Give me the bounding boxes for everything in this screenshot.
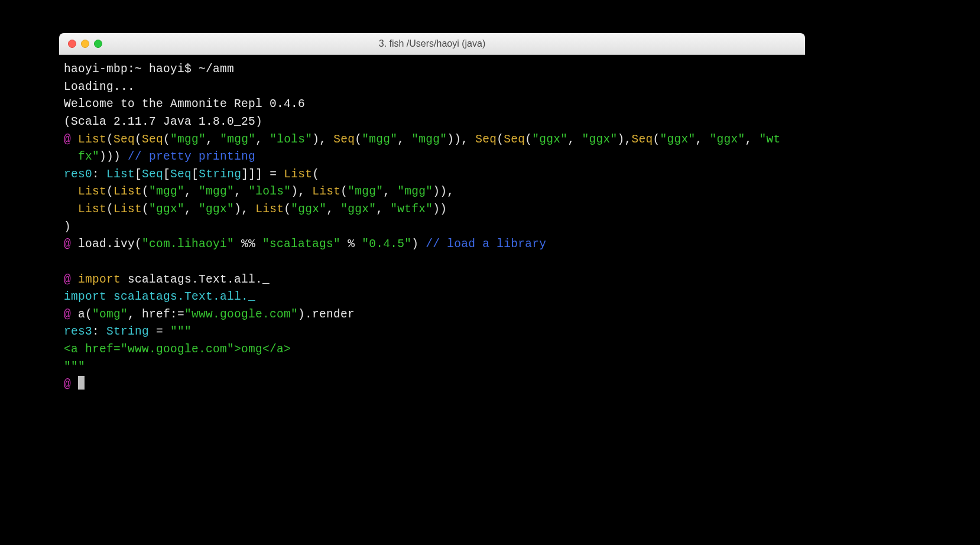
- code-token: [64, 185, 78, 198]
- minimize-icon[interactable]: [81, 40, 89, 48]
- code-token: ,: [745, 133, 760, 146]
- string-token: "lols": [248, 185, 291, 198]
- code-token: List: [284, 168, 312, 181]
- repl-prompt: @: [64, 238, 78, 251]
- code-token: )): [433, 203, 447, 216]
- code-token: (: [355, 133, 362, 146]
- code-token: (: [142, 185, 149, 198]
- code-token: Seq: [142, 133, 163, 146]
- string-token: "wtfx": [390, 203, 433, 216]
- code-token: List: [113, 203, 142, 216]
- repl-prompt: @: [64, 133, 78, 146]
- code-token: (: [340, 185, 348, 198]
- code-token: ,: [376, 203, 390, 216]
- string-token: "ggx": [199, 203, 234, 216]
- code-token: %%: [234, 238, 262, 251]
- code-token: (: [525, 133, 532, 146]
- code-token: (: [142, 203, 149, 216]
- string-token: fx": [64, 150, 99, 163]
- code-token: ))): [99, 150, 128, 163]
- code-token: (: [284, 203, 291, 216]
- code-token: [: [192, 168, 199, 181]
- string-token: """: [170, 325, 192, 338]
- code-token: Seq: [113, 133, 135, 146]
- code-token: (: [653, 133, 660, 146]
- code-token: List: [78, 203, 106, 216]
- code-token: %: [340, 238, 362, 251]
- terminal-content[interactable]: haoyi-mbp:~ haoyi$ ~/amm Loading... Welc…: [59, 55, 805, 400]
- code-token: ): [64, 220, 71, 233]
- string-token: "0.4.5": [362, 238, 411, 251]
- code-token: List: [113, 185, 142, 198]
- code-token: :: [92, 168, 106, 181]
- string-token: "com.lihaoyi": [142, 238, 234, 251]
- code-token: ,: [397, 133, 411, 146]
- code-token: Seq: [631, 133, 653, 146]
- code-token: Seq: [475, 133, 497, 146]
- code-token: load.ivy(: [78, 238, 142, 251]
- code-token: a(: [78, 308, 92, 321]
- string-token: "mgg": [149, 185, 184, 198]
- string-token: "mgg": [362, 133, 397, 146]
- code-token: List: [78, 133, 106, 146]
- code-token: (: [497, 133, 504, 146]
- welcome-text: Welcome to the Ammonite Repl 0.4.6: [64, 98, 305, 111]
- close-icon[interactable]: [68, 40, 76, 48]
- type-token: String: [199, 168, 241, 181]
- code-token: List: [78, 185, 106, 198]
- comment-token: // load a library: [426, 238, 546, 251]
- code-token: (: [135, 133, 142, 146]
- code-token: ]]]: [241, 168, 262, 181]
- code-token: Seq: [333, 133, 355, 146]
- type-token: List: [106, 168, 135, 181]
- string-token: """: [64, 361, 85, 374]
- code-token: (: [312, 168, 319, 181]
- string-token: "mgg": [199, 185, 234, 198]
- html-output: <a href="www.google.com">omg</a>: [64, 343, 291, 356]
- code-token: ),: [617, 133, 631, 146]
- loading-text: Loading...: [64, 80, 135, 93]
- string-token: "mgg": [348, 185, 383, 198]
- echo-import-rest: scalatags.Text.all._: [113, 290, 255, 303]
- maximize-icon[interactable]: [94, 40, 102, 48]
- blank-line: [64, 255, 71, 268]
- code-token: scalatags.Text.all._: [121, 273, 270, 286]
- shell-prompt-line: haoyi-mbp:~ haoyi$ ~/amm: [64, 63, 234, 76]
- string-token: "www.google.com": [184, 308, 298, 321]
- repl-prompt: @: [64, 273, 78, 286]
- string-token: "ggx": [532, 133, 567, 146]
- code-token: ,: [206, 133, 220, 146]
- string-token: "omg": [92, 308, 128, 321]
- code-token: ),: [291, 185, 312, 198]
- string-token: "ggx": [340, 203, 376, 216]
- type-token: Seq: [170, 168, 192, 181]
- repl-prompt: @: [64, 378, 78, 391]
- string-token: "mgg": [170, 133, 206, 146]
- result-name: res3: [64, 325, 92, 338]
- string-token: "ggx": [660, 133, 695, 146]
- traffic-lights: [59, 40, 102, 48]
- string-token: "lols": [270, 133, 312, 146]
- code-token: List: [255, 203, 284, 216]
- string-token: "wt: [760, 133, 781, 146]
- string-token: "mgg": [411, 133, 447, 146]
- window-titlebar: 3. fish /Users/haoyi (java): [59, 33, 805, 55]
- code-token: [: [135, 168, 142, 181]
- string-token: "ggx": [582, 133, 617, 146]
- code-token: List: [312, 185, 340, 198]
- code-token: ,: [567, 133, 582, 146]
- code-token: ),: [312, 133, 333, 146]
- code-token: )),: [447, 133, 475, 146]
- code-token: ,: [184, 185, 199, 198]
- code-token: , href:=: [128, 308, 184, 321]
- version-text: (Scala 2.11.7 Java 1.8.0_25): [64, 115, 262, 128]
- comment-token: // pretty printing: [128, 150, 255, 163]
- code-token: =: [149, 325, 170, 338]
- code-token: )),: [433, 185, 454, 198]
- code-token: =: [262, 168, 284, 181]
- string-token: "ggx": [149, 203, 184, 216]
- string-token: "mgg": [220, 133, 255, 146]
- keyword-token: import: [78, 273, 121, 286]
- code-token: (: [106, 133, 113, 146]
- terminal-window: 3. fish /Users/haoyi (java) haoyi-mbp:~ …: [59, 33, 805, 480]
